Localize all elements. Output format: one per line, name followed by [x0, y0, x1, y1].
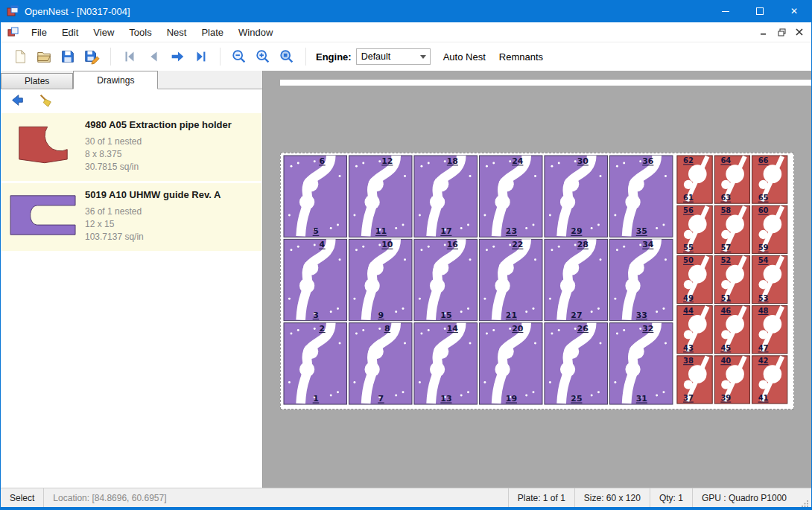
- zoom-in-button[interactable]: [251, 45, 275, 68]
- svg-text:47: 47: [758, 344, 769, 352]
- svg-text:32: 32: [642, 324, 653, 334]
- engine-selected-value: Default: [357, 51, 420, 62]
- open-folder-icon: [36, 48, 52, 65]
- broom-icon: [38, 93, 53, 108]
- drawings-toolbar: [1, 89, 262, 112]
- svg-text:9: 9: [378, 310, 384, 320]
- svg-text:49: 49: [683, 294, 694, 302]
- drawing-thumbnail: [6, 118, 80, 173]
- auto-nest-button[interactable]: Auto Nest: [437, 48, 492, 66]
- zoom-fit-button[interactable]: [275, 45, 299, 68]
- svg-text:41: 41: [758, 394, 769, 402]
- new-document-icon: [12, 48, 28, 65]
- menu-nest[interactable]: Nest: [159, 24, 194, 41]
- drawing-item[interactable]: 5019 A10 UHMW guide Rev. A 36 of 1 neste…: [1, 183, 261, 251]
- canvas-top-strip: [280, 80, 811, 86]
- svg-text:34: 34: [642, 240, 654, 249]
- mdi-close-button[interactable]: [790, 24, 808, 40]
- svg-text:36: 36: [642, 156, 654, 166]
- mdi-restore-button[interactable]: [773, 24, 790, 40]
- tab-plates[interactable]: Plates: [1, 73, 73, 89]
- toolbar-separator: [110, 48, 111, 66]
- svg-text:51: 51: [720, 294, 731, 302]
- clear-drawings-button[interactable]: [35, 91, 56, 110]
- menu-view[interactable]: View: [86, 24, 121, 41]
- status-size: Size: 60 x 120: [574, 488, 650, 507]
- svg-text:54: 54: [758, 256, 769, 264]
- menu-edit[interactable]: Edit: [54, 24, 86, 41]
- save-button[interactable]: [56, 45, 80, 68]
- svg-text:24: 24: [512, 156, 524, 166]
- menu-window[interactable]: Window: [231, 24, 280, 41]
- svg-text:17: 17: [440, 226, 451, 236]
- new-button[interactable]: [8, 45, 32, 68]
- mdi-close-icon: [796, 28, 803, 36]
- svg-text:46: 46: [720, 307, 731, 315]
- svg-text:25: 25: [571, 394, 582, 404]
- svg-text:31: 31: [636, 394, 647, 404]
- drawing-nested-count: 30 of 1 nested: [85, 136, 257, 148]
- first-plate-button[interactable]: [118, 45, 142, 68]
- chevron-down-icon: [420, 55, 426, 59]
- svg-text:35: 35: [636, 226, 647, 236]
- minimize-icon: [722, 11, 729, 12]
- svg-text:64: 64: [720, 156, 731, 165]
- nest-canvas[interactable]: 6512111817242330293635431091615222128273…: [263, 71, 811, 488]
- remnants-button[interactable]: Remnants: [492, 48, 550, 66]
- svg-text:18: 18: [447, 156, 458, 166]
- window-close-button[interactable]: ✕: [777, 0, 811, 22]
- tab-drawings[interactable]: Drawings: [73, 71, 158, 89]
- svg-text:27: 27: [571, 310, 582, 320]
- window-minimize-button[interactable]: [708, 0, 743, 22]
- send-to-plate-button[interactable]: [7, 91, 28, 110]
- menu-tools[interactable]: Tools: [121, 24, 159, 41]
- drawing-title: 5019 A10 UHMW guide Rev. A: [85, 189, 257, 200]
- save-as-button[interactable]: [80, 45, 104, 68]
- drawing-area: 103.7137 sq/in: [85, 231, 257, 243]
- menu-file[interactable]: File: [24, 24, 54, 41]
- status-plate: Plate: 1 of 1: [508, 488, 574, 507]
- svg-text:65: 65: [758, 194, 769, 202]
- svg-text:6: 6: [320, 156, 326, 166]
- svg-text:16: 16: [447, 240, 459, 249]
- svg-text:29: 29: [571, 226, 582, 236]
- resize-grip[interactable]: [800, 498, 809, 507]
- drawing-item[interactable]: 4980 A05 Extraction pipe holder 30 of 1 …: [1, 113, 261, 181]
- svg-text:2: 2: [320, 324, 326, 334]
- svg-text:33: 33: [636, 310, 647, 320]
- svg-text:61: 61: [683, 194, 694, 202]
- svg-text:66: 66: [758, 156, 769, 165]
- menu-plate[interactable]: Plate: [194, 24, 231, 41]
- panel-tabstrip: Plates Drawings: [1, 71, 262, 89]
- drawing-size: 12 x 15: [85, 218, 257, 231]
- drawing-area: 30.7815 sq/in: [85, 161, 257, 173]
- svg-text:42: 42: [758, 357, 769, 365]
- zoom-out-button[interactable]: [227, 45, 251, 68]
- title-bar: OpenNest - [N0317-004] ✕: [1, 0, 811, 22]
- svg-text:45: 45: [720, 344, 731, 352]
- document-mdi-icon: [7, 27, 19, 38]
- next-plate-button[interactable]: [165, 45, 189, 68]
- drawing-info: 4980 A05 Extraction pipe holder 30 of 1 …: [85, 118, 257, 173]
- close-icon: ✕: [790, 6, 798, 16]
- plate[interactable]: 6512111817242330293635431091615222128273…: [280, 153, 794, 409]
- engine-select[interactable]: Default: [356, 48, 431, 65]
- drawing-nested-count: 36 of 1 nested: [85, 205, 257, 218]
- svg-text:53: 53: [758, 294, 769, 302]
- svg-text:40: 40: [720, 357, 731, 365]
- previous-plate-button[interactable]: [142, 45, 165, 68]
- open-button[interactable]: [32, 45, 56, 68]
- mdi-minimize-icon: [760, 28, 767, 36]
- drawing-thumbnail: [6, 188, 80, 243]
- window-title: OpenNest - [N0317-004]: [25, 6, 708, 17]
- main-toolbar: Engine: Default Auto Nest Remnants: [1, 42, 811, 71]
- svg-text:10: 10: [381, 240, 393, 249]
- status-location: Location: [84.8696, 60.6957]: [44, 488, 175, 507]
- window-maximize-button[interactable]: [743, 0, 777, 22]
- mdi-minimize-button[interactable]: [755, 24, 773, 40]
- last-plate-button[interactable]: [189, 45, 213, 68]
- svg-text:56: 56: [683, 206, 694, 214]
- save-icon: [60, 48, 76, 65]
- toolbar-separator: [220, 48, 221, 66]
- svg-text:1: 1: [313, 394, 319, 404]
